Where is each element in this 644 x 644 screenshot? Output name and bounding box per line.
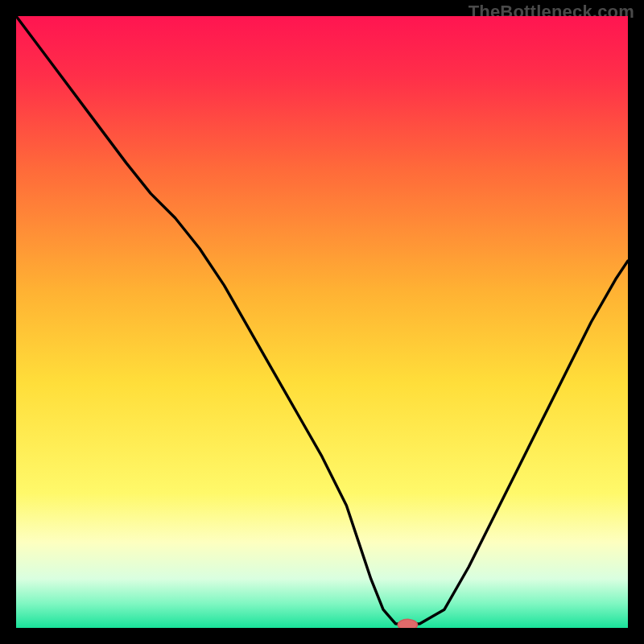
optimal-point-marker	[398, 619, 417, 628]
gradient-background	[16, 16, 628, 628]
chart-frame: TheBottleneck.com	[0, 0, 644, 644]
bottleneck-chart	[16, 16, 628, 628]
